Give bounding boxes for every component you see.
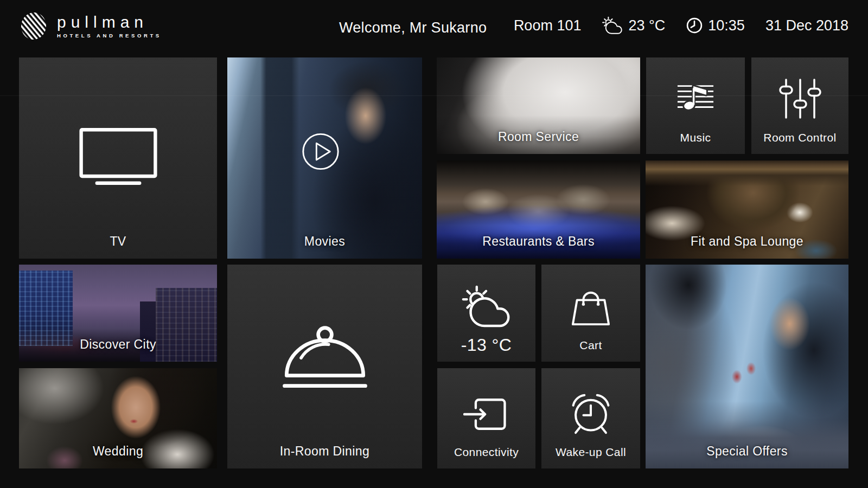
tile-label: In-Room Dining bbox=[227, 444, 422, 459]
outdoor-weather: 23 °C bbox=[602, 16, 665, 35]
clock-icon bbox=[686, 17, 703, 34]
tile-label: Room Control bbox=[751, 131, 848, 144]
cloche-icon bbox=[278, 325, 372, 393]
sign-in-arrow-icon bbox=[463, 395, 510, 433]
tile-fit-and-spa[interactable]: Fit and Spa Lounge bbox=[646, 160, 848, 259]
hotel-tv-home-screen: pullman HOTELS AND RESORTS Welcome, Mr S… bbox=[0, 0, 868, 488]
tile-label: TV bbox=[19, 234, 217, 249]
tile-room-control[interactable]: Room Control bbox=[751, 57, 848, 154]
tile-label: Fit and Spa Lounge bbox=[646, 234, 848, 249]
tile-outdoor-weather[interactable]: -13 °C bbox=[437, 265, 535, 362]
room-number: Room 101 bbox=[514, 17, 582, 34]
sun-cloud-icon bbox=[461, 285, 513, 328]
tile-connectivity[interactable]: Connectivity bbox=[437, 368, 535, 468]
tile-label: Movies bbox=[227, 234, 422, 249]
tile-wake-up-call[interactable]: Wake-up Call bbox=[541, 368, 640, 468]
tile-label: Discover City bbox=[19, 337, 217, 352]
tv-icon bbox=[76, 126, 160, 188]
indoor-temp-label: -13 °C bbox=[437, 335, 535, 355]
sliders-icon bbox=[777, 77, 823, 120]
tile-tv[interactable]: TV bbox=[19, 57, 217, 259]
tile-label: Cart bbox=[541, 339, 640, 352]
city-tower-left bbox=[19, 271, 73, 346]
current-time: 10:35 bbox=[686, 17, 745, 34]
tile-wedding[interactable]: Wedding bbox=[19, 368, 217, 468]
header-bar: pullman HOTELS AND RESORTS Welcome, Mr S… bbox=[0, 0, 868, 52]
pullman-logo: pullman HOTELS AND RESORTS bbox=[19, 11, 162, 41]
tile-restaurants-bars[interactable]: Restaurants & Bars bbox=[437, 160, 640, 259]
time-value: 10:35 bbox=[708, 17, 745, 34]
outdoor-temp-value: 23 °C bbox=[628, 17, 665, 34]
tile-music[interactable]: Music bbox=[646, 57, 745, 154]
pullman-wordmark: pullman HOTELS AND RESORTS bbox=[57, 14, 162, 38]
header-status-group: Room 101 bbox=[514, 16, 848, 35]
tile-label: Room Service bbox=[437, 130, 640, 144]
tile-label: Special Offers bbox=[646, 444, 848, 459]
brand-name: pullman bbox=[57, 14, 162, 30]
tile-discover-city[interactable]: Discover City bbox=[19, 265, 217, 362]
shopping-bag-icon bbox=[569, 286, 612, 328]
tile-movies[interactable]: Movies bbox=[227, 57, 422, 259]
tile-label: Wake-up Call bbox=[541, 446, 640, 459]
welcome-message: Welcome, Mr Sukarno bbox=[339, 20, 487, 36]
tile-label: Connectivity bbox=[437, 446, 535, 459]
tile-label: Restaurants & Bars bbox=[437, 234, 640, 249]
special-offers-photo bbox=[646, 265, 848, 468]
tile-label: Music bbox=[646, 131, 745, 144]
tile-in-room-dining[interactable]: In-Room Dining bbox=[227, 265, 422, 468]
tile-cart[interactable]: Cart bbox=[541, 265, 640, 362]
tile-label: Wedding bbox=[19, 444, 217, 459]
pullman-globe-icon bbox=[19, 11, 48, 41]
current-date: 31 Dec 2018 bbox=[765, 17, 848, 34]
brand-tagline: HOTELS AND RESORTS bbox=[57, 33, 162, 38]
sun-cloud-icon bbox=[602, 16, 623, 35]
music-score-icon bbox=[676, 81, 714, 115]
tile-special-offers[interactable]: Special Offers bbox=[646, 265, 848, 468]
tile-room-service[interactable]: Room Service bbox=[437, 57, 640, 154]
alarm-clock-icon bbox=[566, 390, 615, 438]
play-circle-icon bbox=[301, 132, 341, 171]
